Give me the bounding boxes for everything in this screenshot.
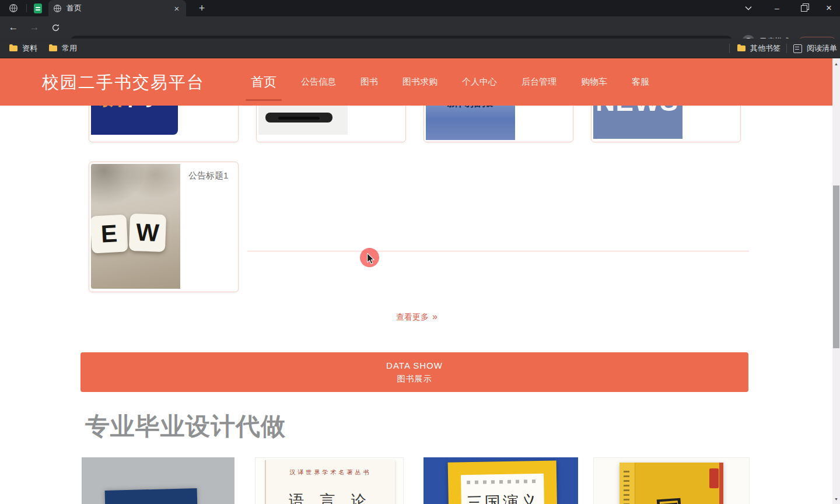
bookmark-folder-ziliao[interactable]: 资料 xyxy=(9,43,37,54)
dice-letter: W xyxy=(129,214,166,252)
folder-icon xyxy=(737,46,746,51)
section-banner: DATA SHOW 图书展示 xyxy=(80,352,748,392)
nav-item-book-requests[interactable]: 图书求购 xyxy=(402,76,438,88)
page-scrollbar[interactable]: ▲ ▼ xyxy=(832,58,840,504)
forward-button[interactable]: → xyxy=(27,20,42,35)
pinned-tab-globe[interactable] xyxy=(6,2,21,14)
book-cover-image: 汉译世界学术名著丛书 语 言 论 xyxy=(265,460,395,504)
banner-title-en: DATA SHOW xyxy=(386,360,443,370)
bookmark-label: 常用 xyxy=(62,43,77,54)
new-tab-button[interactable]: + xyxy=(195,2,209,15)
browser-toolbar: ← → i localhost:8080/ershoushujiaoyiping… xyxy=(0,16,840,38)
banner-title-zh: 图书展示 xyxy=(397,374,432,384)
bookmarks-divider xyxy=(729,44,730,53)
nav-item-support[interactable]: 客服 xyxy=(632,76,649,88)
book-cover-image: 国 xyxy=(620,463,723,504)
book-title-text: 国 xyxy=(654,492,685,504)
reading-list-icon xyxy=(793,44,802,53)
dice-letter: E xyxy=(91,214,128,253)
tab-search-button[interactable] xyxy=(738,0,758,16)
mouse-cursor xyxy=(360,248,379,267)
cursor-arrow-icon xyxy=(366,253,376,265)
browser-window: 首页 × + – × ← → i localhost:8080/ershoush… xyxy=(0,0,840,504)
book-cover-image: 三国演义 xyxy=(448,460,558,504)
view-more-link[interactable]: 查看更多» xyxy=(0,312,832,323)
minimize-button[interactable]: – xyxy=(765,0,789,16)
nav-item-announcements[interactable]: 公告信息 xyxy=(301,76,336,88)
restore-button[interactable] xyxy=(792,0,816,16)
nav-item-cart[interactable]: 购物车 xyxy=(581,76,607,88)
book-decor-text xyxy=(467,480,538,484)
reload-button[interactable] xyxy=(48,20,63,35)
pinned-tab-sheets[interactable] xyxy=(30,2,46,14)
restore-icon xyxy=(801,5,807,12)
book-card[interactable]: 三国演义 xyxy=(424,457,578,504)
folder-icon xyxy=(49,46,57,51)
book-seal xyxy=(709,468,719,488)
scroll-down-button[interactable]: ▼ xyxy=(832,495,840,503)
double-angle-icon: » xyxy=(432,312,436,321)
nav-item-home[interactable]: 首页 xyxy=(251,74,276,91)
book-series-text: 汉译世界学术名著丛书 xyxy=(266,468,395,477)
back-button[interactable]: ← xyxy=(6,20,21,35)
browser-tab-active[interactable]: 首页 × xyxy=(48,0,186,16)
globe-icon xyxy=(9,4,18,13)
announcement-image: E W xyxy=(91,164,180,289)
book-title-text: 三国演义 xyxy=(461,491,545,504)
window-close-button[interactable]: × xyxy=(818,0,840,16)
book-decor-text xyxy=(624,471,629,504)
reading-list[interactable]: 阅读清单 xyxy=(793,43,837,54)
main-nav: 首页 公告信息 图书 图书求购 个人中心 后台管理 购物车 客服 xyxy=(251,58,649,106)
pinned-tab-divider xyxy=(26,4,27,12)
reload-icon xyxy=(51,23,60,32)
page-content: 校园二手书交易平台 首页 公告信息 图书 图书求购 个人中心 后台管理 购物车 … xyxy=(0,58,832,504)
nav-item-books[interactable]: 图书 xyxy=(360,76,378,88)
site-brand: 校园二手书交易平台 xyxy=(42,71,205,94)
tab-title: 首页 xyxy=(66,3,172,13)
bookmark-label: 其他书签 xyxy=(750,43,780,54)
book-edge xyxy=(719,463,723,504)
scrollbar-thumb[interactable] xyxy=(833,186,839,348)
bookmarks-bar: 资料 常用 其他书签 阅读清单 xyxy=(0,38,840,58)
chevron-down-icon xyxy=(745,6,752,10)
book-card[interactable] xyxy=(82,457,235,504)
announcement-card[interactable]: E W 公告标题1 xyxy=(89,162,239,292)
bookmark-folder-changyong[interactable]: 常用 xyxy=(49,43,77,54)
folder-icon xyxy=(9,46,18,51)
tab-strip: 首页 × + – × xyxy=(0,0,840,16)
book-cover-image xyxy=(105,488,199,504)
view-more-label: 查看更多 xyxy=(396,312,429,321)
tab-close-button[interactable]: × xyxy=(172,4,181,13)
book-card[interactable]: 国 xyxy=(593,457,750,504)
placeholder-row-line xyxy=(247,251,749,252)
other-bookmarks[interactable]: 其他书签 xyxy=(737,43,780,54)
announcement-title: 公告标题1 xyxy=(188,170,228,181)
bookmarks-divider xyxy=(786,44,787,53)
nav-item-admin[interactable]: 后台管理 xyxy=(522,76,556,88)
watermark-text: 专业毕业设计代做 xyxy=(85,410,286,443)
book-card[interactable]: 汉译世界学术名著丛书 语 言 论 xyxy=(255,457,404,504)
nav-item-profile[interactable]: 个人中心 xyxy=(462,76,497,88)
bookmark-label: 资料 xyxy=(22,43,37,54)
tab-favicon-globe-icon xyxy=(53,4,62,13)
book-title-text: 语 言 论 xyxy=(266,491,395,504)
scroll-up-button[interactable]: ▲ xyxy=(832,60,840,68)
sheets-icon xyxy=(34,4,42,13)
site-header: 校园二手书交易平台 首页 公告信息 图书 图书求购 个人中心 后台管理 购物车 … xyxy=(0,58,832,106)
bookmark-label: 阅读清单 xyxy=(807,43,837,54)
